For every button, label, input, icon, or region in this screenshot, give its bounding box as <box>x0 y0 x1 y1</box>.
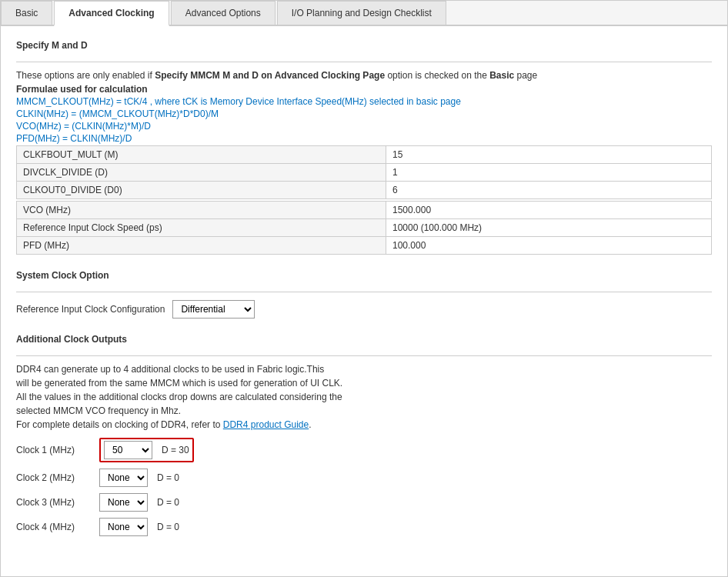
system-clock-row: Reference Input Clock Configuration Diff… <box>16 300 712 319</box>
desc-prefix: These options are only enabled if <box>16 70 155 81</box>
clock-label-1: Clock 2 (MHz) <box>16 472 93 483</box>
clock-label-2: Clock 3 (MHz) <box>16 497 93 508</box>
desc-page-text: page <box>514 70 537 81</box>
result-label-1: Reference Input Clock Speed (ps) <box>17 219 386 237</box>
clock-rows: Clock 1 (MHz) 50 None 25 75 100 D = 30 <box>16 438 712 536</box>
formula-3: PFD(MHz) = CLKIN(MHz)/D <box>16 133 712 144</box>
result-row-0: VCO (MHz) 1500.000 <box>17 202 712 219</box>
clock-highlighted-0: 50 None 25 75 100 D = 30 <box>99 438 194 462</box>
param-value-2: 6 <box>386 182 712 199</box>
result-value-0: 1500.000 <box>386 202 712 219</box>
param-row-2: CLKOUT0_DIVIDE (D0) 6 <box>17 182 712 199</box>
app-container: Basic Advanced Clocking Advanced Options… <box>0 0 728 577</box>
result-value-1: 10000 (100.000 MHz) <box>386 219 712 237</box>
clock-select-1[interactable]: None 50 25 <box>99 469 148 487</box>
addt-link-prefix: For complete details on clocking of DDR4… <box>16 419 223 430</box>
addt-desc-2: All the values in the additional clocks … <box>16 392 712 402</box>
addt-desc-3: selected MMCM VCO frequency in Mhz. <box>16 405 712 416</box>
addt-link-suffix: . <box>309 419 311 430</box>
param-label-0: CLKFBOUT_MULT (M) <box>17 146 386 164</box>
clock-row-3: Clock 4 (MHz) None 50 25 D = 0 <box>16 518 712 536</box>
clock-select-0[interactable]: 50 None 25 75 100 <box>104 441 152 459</box>
clock-row-0: Clock 1 (MHz) 50 None 25 75 100 D = 30 <box>16 438 712 462</box>
result-row-1: Reference Input Clock Speed (ps) 10000 (… <box>17 219 712 237</box>
system-clock-section: System Clock Option Reference Input Cloc… <box>16 270 712 319</box>
tab-content: Specify M and D These options are only e… <box>1 26 727 565</box>
clock-row-2: Clock 3 (MHz) None 50 25 D = 0 <box>16 493 712 512</box>
additional-clocks-section: Additional Clock Outputs DDR4 can genera… <box>16 334 712 536</box>
param-label-2: CLKOUT0_DIVIDE (D0) <box>17 182 386 199</box>
formula-1: CLKIN(MHz) = (MMCM_CLKOUT(MHz)*D*D0)/M <box>16 108 712 119</box>
result-label-2: PFD (MHz) <box>17 237 386 255</box>
clock-select-3[interactable]: None 50 25 <box>99 518 148 536</box>
clock-label-3: Clock 4 (MHz) <box>16 522 93 532</box>
specify-md-desc: These options are only enabled if Specif… <box>16 70 712 81</box>
ref-input-label: Reference Input Clock Configuration <box>16 304 165 315</box>
param-row-1: DIVCLK_DIVIDE (D) 1 <box>17 164 712 182</box>
clock-d-1: D = 0 <box>157 472 179 483</box>
clock-select-2[interactable]: None 50 25 <box>99 493 148 512</box>
clock-d-2: D = 0 <box>157 497 179 508</box>
specify-md-section: Specify M and D These options are only e… <box>16 40 712 255</box>
tab-io-planning[interactable]: I/O Planning and Design Checklist <box>277 1 446 25</box>
formula-list: MMCM_CLKOUT(MHz) = tCK/4 , where tCK is … <box>16 96 712 144</box>
param-value-1: 1 <box>386 164 712 182</box>
desc-option-text: option is checked on the <box>385 70 489 81</box>
tab-basic[interactable]: Basic <box>1 1 52 25</box>
addt-desc-1: will be generated from the same MMCM whi… <box>16 378 712 389</box>
system-clock-title: System Clock Option <box>16 270 712 281</box>
additional-clocks-title: Additional Clock Outputs <box>16 334 712 345</box>
formula-0: MMCM_CLKOUT(MHz) = tCK/4 , where tCK is … <box>16 96 712 107</box>
result-row-2: PFD (MHz) 100.000 <box>17 237 712 255</box>
ddr4-guide-link[interactable]: DDR4 product Guide <box>223 419 309 430</box>
clock-label-0: Clock 1 (MHz) <box>16 445 93 455</box>
results-table: VCO (MHz) 1500.000 Reference Input Clock… <box>16 201 712 255</box>
tab-bar: Basic Advanced Clocking Advanced Options… <box>1 1 727 26</box>
desc-bold: Specify MMCM M and D on Advanced Clockin… <box>155 70 385 81</box>
tab-advanced-options[interactable]: Advanced Options <box>171 1 276 25</box>
addt-link-line: For complete details on clocking of DDR4… <box>16 419 712 430</box>
clock-d-0: D = 30 <box>162 445 189 455</box>
clock-d-3: D = 0 <box>157 522 179 532</box>
ref-input-select[interactable]: Differential Single-Ended <box>172 300 255 319</box>
param-label-1: DIVCLK_DIVIDE (D) <box>17 164 386 182</box>
formula-2: VCO(MHz) = (CLKIN(MHz)*M)/D <box>16 121 712 132</box>
params-table: CLKFBOUT_MULT (M) 15 DIVCLK_DIVIDE (D) 1… <box>16 145 712 199</box>
clock-row-1: Clock 2 (MHz) None 50 25 D = 0 <box>16 469 712 487</box>
param-value-0: 15 <box>386 146 712 164</box>
desc-basic-link: Basic <box>489 70 514 81</box>
additional-clocks-desc: DDR4 can generate up to 4 additional clo… <box>16 364 712 430</box>
specify-md-title: Specify M and D <box>16 40 712 51</box>
param-row-0: CLKFBOUT_MULT (M) 15 <box>17 146 712 164</box>
result-label-0: VCO (MHz) <box>17 202 386 219</box>
tab-advanced-clocking[interactable]: Advanced Clocking <box>54 1 169 26</box>
result-value-2: 100.000 <box>386 237 712 255</box>
addt-desc-0: DDR4 can generate up to 4 additional clo… <box>16 364 712 375</box>
formulae-header: Formulae used for calculation <box>16 84 712 95</box>
